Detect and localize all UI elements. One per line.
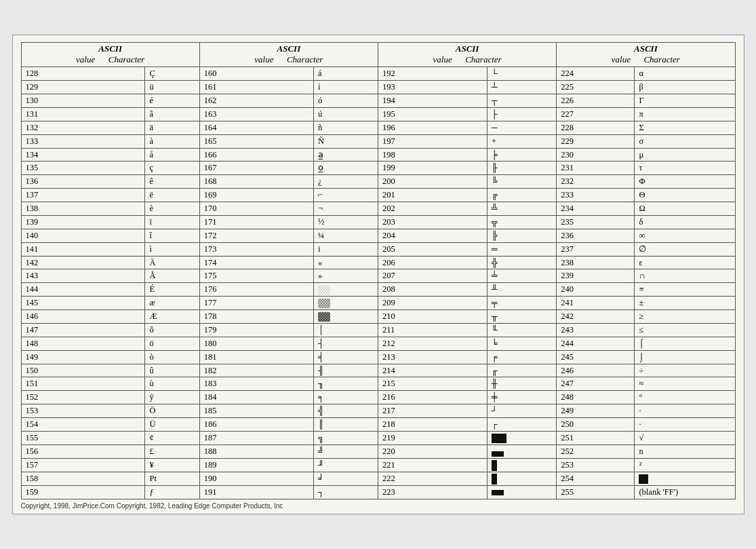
row-16-col1-char: É [145,283,199,297]
table-row: 157¥189╜221253² [21,458,735,472]
row-27-col4-char: √ [635,431,735,444]
row-10-col2-char: ¬ [314,202,378,216]
row-26-col3-char: ┌ [487,418,556,432]
page-container: ASCII value Character ASCII value Charac… [12,35,744,514]
row-23-col2-char: ╖ [314,377,378,391]
table-row: 133à165Ñ197+229σ [21,134,735,148]
row-15-col4-value: 239 [557,269,635,283]
row-29-col2-value: 189 [199,458,313,472]
ascii-label-4: ASCII [634,43,658,54]
row-2-col1-char: é [145,94,199,108]
row-5-col4-value: 229 [557,134,635,148]
row-20-col4-char: ⌠ [635,337,735,350]
row-26-col4-char: · [635,418,735,432]
table-row: 128Ç160á192└224α [21,67,735,81]
row-30-col1-char: Pt [145,472,199,485]
table-row: 151ù183╖215╫247≈ [21,377,735,391]
row-13-col3-char: ═ [487,242,556,256]
row-10-col4-char: Ω [635,202,735,216]
row-10-col1-char: è [145,202,199,216]
row-3-col1-value: 131 [21,107,145,121]
table-row: 144É176208╨240≡ [21,283,735,297]
row-26-col1-char: Ü [145,418,199,432]
row-3-col3-char: ├ [487,107,556,121]
row-29-col4-value: 253 [557,458,635,472]
table-row: 154Ü186║218┌250· [21,418,735,432]
row-3-col3-value: 195 [378,107,487,121]
row-21-col1-char: ò [145,350,199,364]
col3-value-header: value [433,54,452,64]
row-12-col4-char: ∞ [635,229,735,242]
row-24-col1-value: 152 [21,391,145,404]
table-row: 149ò181╡213╒245⌡ [21,350,735,364]
col3-char-header: Character [465,54,501,64]
row-10-col2-value: 170 [199,202,313,216]
table-row: 159ƒ191┐223255(blank 'FF') [21,485,735,499]
row-23-col2-value: 183 [199,377,313,391]
col2-char-header: Character [287,54,323,64]
row-20-col4-value: 244 [557,337,635,350]
col1-header: ASCII value Character [21,43,199,67]
table-row: 139ï171½203╦235δ [21,215,735,229]
row-22-col2-char: ╢ [314,364,378,377]
ascii-table: ASCII value Character ASCII value Charac… [21,42,736,499]
col4-header: ASCII value Character [557,43,735,67]
row-9-col2-value: 169 [199,189,313,202]
row-17-col4-value: 241 [557,297,635,310]
row-31-col3-value: 223 [378,485,487,499]
col1-value-header: value [76,54,95,64]
row-4-col4-char: Σ [635,121,735,134]
row-30-col2-char: ╛ [314,472,378,485]
row-24-col2-char: ╕ [314,391,378,404]
table-row: 156£188╝220252n [21,444,735,458]
row-7-col3-value: 199 [378,162,487,175]
row-18-col1-value: 146 [21,310,145,324]
row-31-col3-char [487,485,556,499]
row-28-col2-char: ╝ [314,444,378,458]
row-17-col2-char [314,297,378,310]
ascii-label-2: ASCII [277,43,301,54]
row-24-col3-char: ╪ [487,391,556,404]
row-12-col3-char: ╠ [487,229,556,242]
row-23-col4-value: 247 [557,377,635,391]
row-24-col3-value: 216 [378,391,487,404]
table-row: 158Pt190╛222254 [21,472,735,485]
row-8-col2-char: ¿ [314,175,378,189]
row-3-col2-value: 163 [199,107,313,121]
row-2-col4-char: Γ [635,94,735,108]
row-3-col2-char: ú [314,107,378,121]
row-12-col1-char: î [145,229,199,242]
row-21-col2-char: ╡ [314,350,378,364]
row-6-col2-value: 166 [199,148,313,162]
row-5-col2-char: Ñ [314,134,378,148]
row-9-col2-char: ⌐ [314,189,378,202]
row-0-col3-value: 192 [378,67,487,81]
row-21-col3-value: 213 [378,350,487,364]
row-13-col4-char: ∅ [635,242,735,256]
row-11-col3-value: 203 [378,215,487,229]
row-7-col2-value: 167 [199,162,313,175]
row-2-col3-value: 194 [378,94,487,108]
row-25-col4-char: · [635,404,735,418]
table-row: 131â163ú195├227π [21,107,735,121]
row-1-col4-value: 225 [557,81,635,94]
row-25-col4-value: 249 [557,404,635,418]
col2-value-header: value [254,54,273,64]
ascii-label-3: ASCII [456,43,479,54]
row-25-col3-value: 217 [378,404,487,418]
row-29-col2-char: ╜ [314,458,378,472]
row-25-col2-char: ╣ [314,404,378,418]
row-2-col4-value: 226 [557,94,635,108]
row-5-col1-value: 133 [21,134,145,148]
row-5-col3-char: + [487,134,556,148]
table-row: 142Ä174«206╬238ε [21,256,735,269]
row-2-col2-value: 162 [199,94,313,108]
row-18-col4-value: 242 [557,310,635,324]
row-2-col3-char: ┬ [487,94,556,108]
row-8-col1-char: ê [145,175,199,189]
row-5-col1-char: à [145,134,199,148]
row-16-col3-char: ╨ [487,283,556,297]
row-21-col3-char: ╒ [487,350,556,364]
row-18-col3-char: ╥ [487,310,556,324]
row-20-col1-value: 148 [21,337,145,350]
